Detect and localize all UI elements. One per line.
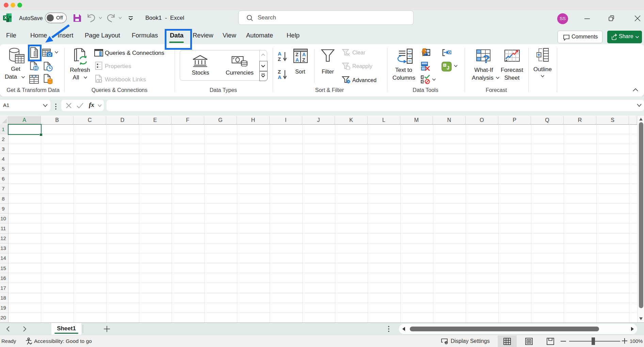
svg-text:A: A <box>278 51 281 57</box>
svg-text:A: A <box>302 52 306 57</box>
svg-text:A: A <box>295 57 299 63</box>
svg-text:A: A <box>278 74 281 79</box>
svg-text:J: J <box>447 65 449 70</box>
svg-text:Z: Z <box>278 56 281 61</box>
svg-text:X: X <box>4 16 7 20</box>
svg-text:Z: Z <box>278 69 281 75</box>
svg-text:Z: Z <box>295 52 299 57</box>
svg-text:Z: Z <box>302 57 305 63</box>
svg-text:?: ? <box>483 52 490 63</box>
